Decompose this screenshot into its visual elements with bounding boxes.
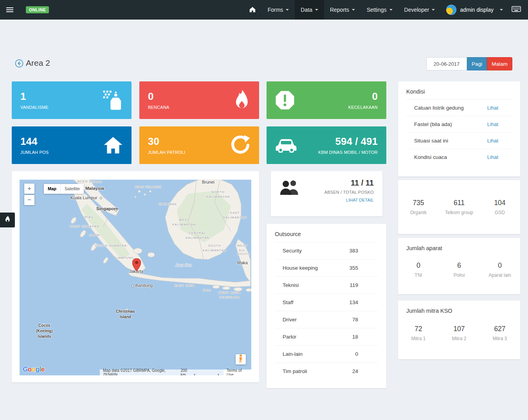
lihat-link[interactable]: Lihat [487,138,498,144]
vandalisme-value: 1 [20,91,49,102]
mitra-panel: Jumlah mitra KSO 72 Mitra 1 107 Mitra 2 … [398,301,520,359]
home-nav-button[interactable] [243,0,262,20]
google-letter: g [36,366,40,373]
google-map[interactable]: ACEH PERAK RIAU ISLANDS Brunei Malaysia … [20,180,251,375]
kondisi-row: Fastel (bila ada) Lihat [406,116,512,132]
outsource-row: Teknisi119 [275,276,378,294]
pagi-button[interactable]: Pagi [467,57,487,70]
aparat-stat: 6 Polisi [439,261,479,278]
map-attribution-bar: Map data ©2017 GBRMPA, Google, ZENRIN 20… [100,370,251,375]
map-type-map-button[interactable]: Map [44,184,60,194]
nav-data-label: Data [301,7,312,13]
lihat-link[interactable]: Lihat [487,105,498,111]
map-scale-bar [194,374,219,376]
outsource-label: Lain-lain [283,351,303,357]
map-label: EAST KALIMANTAN [223,211,247,220]
map-label: Kuala Lumpur [70,195,97,200]
kecelakaan-label: KECELAKAAN [348,105,378,110]
map-scale-label: 200 km [180,368,192,376]
stat-box-jumlah-patroli: 30 JUMLAH PATROLI [139,126,259,164]
home-icon [249,6,256,14]
stat-box-kecelakaan: 0 KECELAKAAN [267,81,386,119]
spray-can-icon [103,90,123,110]
outsource-value: 134 [349,299,358,305]
personnel-stat: 735 Organik [398,199,439,215]
outsource-label: Staff [283,299,294,305]
kondisi-row-label: Kondisi cuaca [414,154,447,160]
zoom-in-button[interactable]: + [24,184,34,194]
kondisi-row-label: Situasi saat ini [414,138,448,144]
map-label: RIAU [85,215,94,220]
sidebar-toggle-button[interactable] [0,0,20,20]
map-attribution: Map data ©2017 GBRMPA, Google, ZENRIN [103,368,176,376]
outsource-value: 355 [349,265,358,271]
outsource-row: Driver78 [275,311,378,328]
outsource-label: Driver [283,317,297,323]
house-icon [103,136,123,154]
map-label: WEST NUSA TENGGARA [218,290,240,300]
google-logo[interactable]: Google [23,366,45,373]
side-flame-tab[interactable] [0,213,15,227]
top-navbar: ONLINE Forms Data Reports Settings Devel… [0,0,528,20]
zoom-out-button[interactable]: − [24,195,34,205]
personnel-stat: 104 GSD [479,199,520,215]
polisi-value: 6 [439,261,479,270]
warning-octagon-icon [275,90,295,110]
personnel-stat: 611 Telkom group [439,199,479,215]
jumlah-patroli-value: 30 [148,136,185,147]
tni-label: TNI [398,272,439,278]
polisi-label: Polisi [439,272,479,278]
map-type-satellite-button[interactable]: Satellite [60,184,84,194]
user-menu[interactable]: admin display [441,0,508,20]
nav-reports[interactable]: Reports [324,0,361,20]
user-name: admin display [460,7,494,13]
outsource-title: Outsource [267,224,386,242]
map-canvas [20,180,251,375]
map-label: Cocos (Keeling) Islands [36,323,53,339]
pegman-button[interactable] [236,354,246,364]
kecelakaan-value: 0 [372,91,378,102]
absen-value: 11 / 11 [351,178,374,187]
outsource-row: Parkir18 [275,328,378,345]
back-button[interactable] [15,59,23,68]
map-label: Bandung [135,283,153,288]
nav-data[interactable]: Data [295,0,324,20]
aparat-lain-label: Aparat lain [479,272,520,278]
malam-button[interactable]: Malam [487,57,512,70]
lihat-link[interactable]: Lihat [487,154,498,160]
outsource-value: 0 [355,351,358,357]
outsource-row: House keeping355 [275,259,378,276]
nav-forms[interactable]: Forms [262,0,295,20]
kondisi-row: Kondisi cuaca Lihat [406,149,512,165]
city-dot [132,285,134,287]
map-marker-pin[interactable] [132,258,141,271]
keyboard-icon [512,6,521,14]
nav-developer[interactable]: Developer [398,0,441,20]
outsource-label: Parkir [283,334,296,340]
lihat-link[interactable]: Lihat [487,121,498,127]
map-label: Brunei [202,180,214,184]
map-label: Java Sea [175,263,192,267]
chevron-down-icon [315,9,318,11]
mitra1-value: 72 [398,325,439,333]
flame-icon [4,215,11,225]
lihat-detail-link[interactable]: LIHAT DETAIL [346,198,374,202]
organik-value: 735 [398,199,439,207]
outsource-label: Teknisi [283,282,299,288]
jumlah-pos-value: 144 [20,136,49,147]
outsource-value: 24 [352,368,358,374]
mitra3-value: 627 [479,325,520,333]
date-input[interactable] [426,57,467,70]
nav-settings[interactable]: Settings [361,0,398,20]
map-label: WEST KALIMANTAN [172,218,196,227]
kondisi-title: Kondisi [398,81,520,99]
terms-of-use-link[interactable]: Terms of Use [223,370,251,375]
keyboard-button[interactable] [508,0,528,20]
map-label: BALI [203,288,211,293]
bencana-label: BENCANA [148,105,169,110]
outsource-value: 119 [350,282,358,288]
mitra-stat: 107 Mitra 2 [439,325,479,341]
fire-icon [232,89,250,111]
stat-box-kbm: 594 / 491 KBM DINAS MOBIL / MOTOR [267,126,386,164]
google-letter: o [28,366,32,373]
